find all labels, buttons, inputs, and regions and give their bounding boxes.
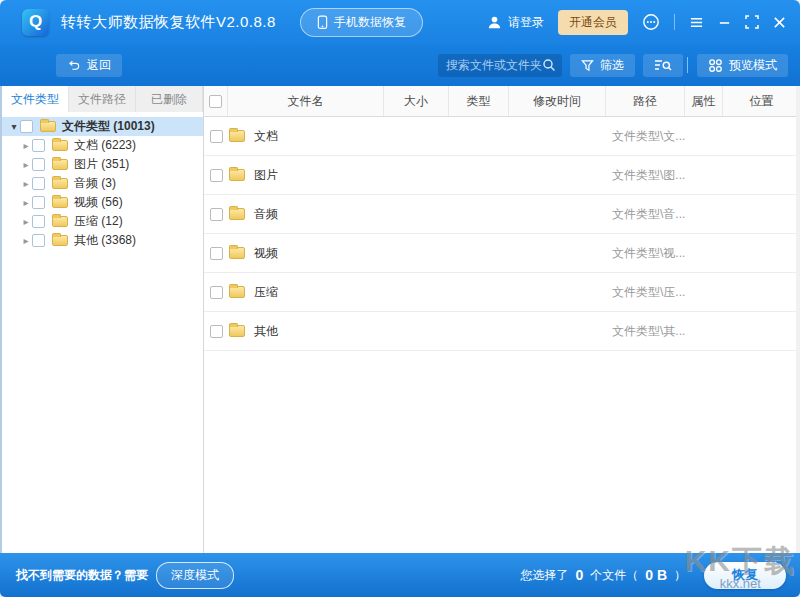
- selection-size: 0 B: [645, 567, 667, 583]
- app-title: 转转大师数据恢复软件V2.0.8.8: [61, 13, 276, 32]
- row-checkbox[interactable]: [210, 325, 223, 338]
- preview-mode-button[interactable]: 预览模式: [697, 54, 788, 77]
- table-row[interactable]: 图片 文件类型\图...: [204, 156, 800, 195]
- back-label: 返回: [87, 57, 111, 74]
- tree-root-file-type[interactable]: ▾ 文件类型 (10013): [2, 117, 203, 136]
- row-checkbox[interactable]: [210, 169, 223, 182]
- folder-icon: [52, 235, 68, 246]
- menu-icon[interactable]: [689, 16, 704, 29]
- row-path: 文件类型\文...: [606, 128, 685, 145]
- recover-button[interactable]: 恢复: [704, 562, 786, 589]
- filter-search-button[interactable]: [643, 54, 683, 77]
- login-button[interactable]: 请登录: [487, 14, 544, 31]
- selection-suffix: ）: [674, 567, 686, 584]
- filter-button[interactable]: 筛选: [570, 54, 635, 77]
- tree-item-label: 压缩 (12): [74, 213, 123, 230]
- titlebar-divider: [674, 14, 675, 30]
- title-bar: Q 转转大师数据恢复软件V2.0.8.8 手机数据恢复 请登录 开通会员: [0, 0, 800, 44]
- tab-file-path[interactable]: 文件路径: [69, 86, 136, 112]
- search-icon[interactable]: [542, 58, 556, 72]
- select-all-cell: [204, 86, 228, 116]
- expand-right-icon[interactable]: ▸: [20, 235, 32, 246]
- row-checkbox[interactable]: [210, 247, 223, 260]
- expand-right-icon[interactable]: ▸: [20, 159, 32, 170]
- tree-item-label: 文档 (6223): [74, 137, 136, 154]
- folder-icon: [52, 197, 68, 208]
- folder-icon: [229, 169, 245, 181]
- folder-icon: [229, 286, 245, 298]
- column-header-modified[interactable]: 修改时间: [509, 86, 606, 116]
- select-all-checkbox[interactable]: [209, 95, 222, 108]
- search-input[interactable]: [446, 58, 542, 72]
- user-icon: [487, 15, 502, 30]
- table-row[interactable]: 视频 文件类型\视...: [204, 234, 800, 273]
- content-area: 文件类型 文件路径 已删除 ▾ 文件类型 (10013) ▸ 文档 (6223): [0, 86, 800, 553]
- expand-right-icon[interactable]: ▸: [20, 178, 32, 189]
- tree-item-images[interactable]: ▸ 图片 (351): [2, 155, 203, 174]
- tree-item-checkbox[interactable]: [32, 196, 45, 209]
- tab-deleted[interactable]: 已删除: [136, 86, 203, 112]
- minimize-icon[interactable]: [718, 16, 731, 29]
- sidebar: 文件类型 文件路径 已删除 ▾ 文件类型 (10013) ▸ 文档 (6223): [2, 86, 204, 553]
- file-type-tree: ▾ 文件类型 (10013) ▸ 文档 (6223) ▸ 图片 (351): [2, 112, 203, 250]
- tree-item-checkbox[interactable]: [32, 158, 45, 171]
- tree-item-video[interactable]: ▸ 视频 (56): [2, 193, 203, 212]
- tree-item-checkbox[interactable]: [32, 234, 45, 247]
- table-row[interactable]: 文档 文件类型\文...: [204, 117, 800, 156]
- tree-item-label: 音频 (3): [74, 175, 116, 192]
- row-filename: 压缩: [254, 284, 278, 301]
- tree-root-label: 文件类型 (10013): [62, 118, 155, 135]
- expand-right-icon[interactable]: ▸: [20, 197, 32, 208]
- maximize-icon[interactable]: [745, 15, 759, 29]
- tree-item-checkbox[interactable]: [32, 177, 45, 190]
- folder-icon: [229, 325, 245, 337]
- row-checkbox[interactable]: [210, 286, 223, 299]
- column-header-path[interactable]: 路径: [606, 86, 685, 116]
- tree-item-documents[interactable]: ▸ 文档 (6223): [2, 136, 203, 155]
- list-search-icon: [654, 58, 672, 72]
- tree-item-checkbox[interactable]: [32, 139, 45, 152]
- phone-recovery-button[interactable]: 手机数据恢复: [300, 8, 423, 37]
- tree-item-audio[interactable]: ▸ 音频 (3): [2, 174, 203, 193]
- tree-item-other[interactable]: ▸ 其他 (3368): [2, 231, 203, 250]
- table-row[interactable]: 音频 文件类型\音...: [204, 195, 800, 234]
- table-row[interactable]: 其他 文件类型\其...: [204, 312, 800, 351]
- folder-icon: [229, 130, 245, 142]
- row-checkbox[interactable]: [210, 130, 223, 143]
- column-header-location[interactable]: 位置: [723, 86, 800, 116]
- tree-root-checkbox[interactable]: [20, 120, 33, 133]
- status-bar: 找不到需要的数据？需要 深度模式 您选择了 0 个文件（ 0 B ） 恢复: [0, 553, 800, 597]
- tree-item-archive[interactable]: ▸ 压缩 (12): [2, 212, 203, 231]
- row-checkbox[interactable]: [210, 208, 223, 221]
- back-button[interactable]: 返回: [56, 54, 122, 77]
- expand-down-icon[interactable]: ▾: [8, 121, 20, 132]
- column-header-size[interactable]: 大小: [384, 86, 449, 116]
- column-header-type[interactable]: 类型: [449, 86, 509, 116]
- folder-icon: [52, 140, 68, 151]
- phone-icon: [317, 15, 328, 30]
- tree-item-label: 图片 (351): [74, 156, 129, 173]
- table-row[interactable]: 压缩 文件类型\压...: [204, 273, 800, 312]
- sidebar-tabs: 文件类型 文件路径 已删除: [2, 86, 203, 112]
- row-path: 文件类型\音...: [606, 206, 685, 223]
- expand-right-icon[interactable]: ▸: [20, 140, 32, 151]
- customer-service-icon[interactable]: [642, 13, 660, 31]
- search-box: [438, 54, 562, 77]
- close-icon[interactable]: [773, 16, 786, 29]
- column-header-filename[interactable]: 文件名: [228, 86, 384, 116]
- row-path: 文件类型\其...: [606, 323, 685, 340]
- deep-mode-button[interactable]: 深度模式: [156, 562, 234, 589]
- expand-right-icon[interactable]: ▸: [20, 216, 32, 227]
- column-header-attr[interactable]: 属性: [685, 86, 723, 116]
- table-header: 文件名 大小 类型 修改时间 路径 属性 位置: [204, 86, 800, 117]
- row-filename: 音频: [254, 206, 278, 223]
- preview-mode-label: 预览模式: [729, 57, 777, 74]
- scrollbar[interactable]: [796, 86, 800, 553]
- vip-button[interactable]: 开通会员: [558, 10, 628, 35]
- selection-count: 0: [575, 567, 583, 583]
- login-label: 请登录: [508, 14, 544, 31]
- folder-icon: [52, 178, 68, 189]
- folder-icon: [229, 247, 245, 259]
- tree-item-checkbox[interactable]: [32, 215, 45, 228]
- tab-file-type[interactable]: 文件类型: [2, 86, 69, 112]
